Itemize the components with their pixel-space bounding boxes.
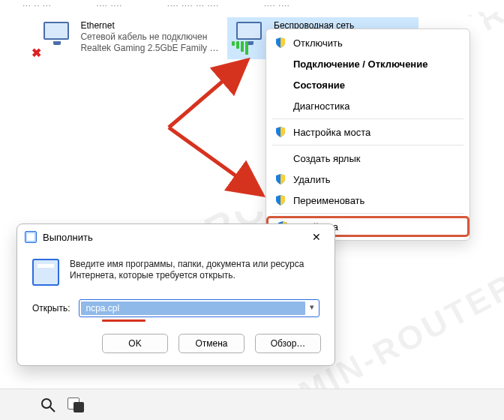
menu-label: Настройка моста — [293, 127, 370, 138]
run-open-input[interactable] — [81, 302, 305, 315]
run-close-button[interactable]: ✕ — [302, 226, 332, 248]
shield-icon — [275, 38, 286, 48]
shield-icon — [275, 174, 286, 184]
wifi-signal-icon — [232, 41, 248, 55]
menu-status[interactable]: Состояние — [266, 74, 470, 95]
svg-line-1 — [50, 407, 55, 412]
svg-point-0 — [42, 399, 51, 408]
adapter-icon — [232, 20, 268, 55]
menu-label: Диагностика — [293, 100, 350, 112]
menu-separator — [272, 145, 464, 146]
run-prompt-icon — [32, 259, 59, 286]
adapter-text: Ethernet Сетевой кабель не подключен Rea… — [80, 20, 221, 56]
menu-connect[interactable]: Подключение / Отключение — [266, 53, 470, 74]
run-open-label: Открыть: — [32, 303, 70, 314]
menu-separator — [272, 213, 464, 214]
shield-icon — [275, 195, 286, 206]
context-menu: Отключить Подключение / Отключение Состо… — [266, 28, 470, 241]
menu-label: Подключение / Отключение — [293, 58, 428, 70]
run-cancel-button[interactable]: Отмена — [178, 334, 244, 353]
menu-delete[interactable]: Удалить — [266, 169, 470, 190]
menu-label: Удалить — [293, 174, 331, 185]
run-dialog: Выполнить ✕ Введите имя программы, папки… — [16, 224, 335, 366]
menu-shortcut[interactable]: Создать ярлык — [266, 148, 470, 169]
menu-rename[interactable]: Переименовать — [266, 190, 470, 211]
chevron-down-icon[interactable]: ▾ — [310, 302, 314, 312]
adapter-status: Сетевой кабель не подключен — [80, 32, 221, 43]
adapter-ethernet[interactable]: ✖ Ethernet Сетевой кабель не подключен R… — [34, 17, 226, 59]
adapter-name: Ethernet — [80, 20, 221, 32]
adapter-device: Realtek Gaming 2.5GbE Family Co... — [80, 43, 221, 54]
menu-label: Состояние — [293, 80, 345, 91]
adapter-icon: ✖ — [39, 20, 74, 55]
run-titlebar: Выполнить ✕ — [17, 224, 334, 250]
run-title-text: Выполнить — [43, 232, 93, 243]
menubar: ··· ·· ······· ········ ···· ··· ·······… — [0, 0, 504, 12]
menu-bridge[interactable]: Настройка моста — [266, 122, 470, 142]
annotation-underline — [102, 320, 146, 322]
menu-label: Создать ярлык — [293, 153, 360, 164]
menu-separator — [272, 118, 464, 119]
menu-diagnose[interactable]: Диагностика — [266, 95, 470, 116]
menu-label: Отключить — [293, 38, 343, 49]
menu-label: Переименовать — [293, 195, 364, 206]
run-open-combo[interactable]: ▾ — [79, 299, 320, 317]
menu-disable[interactable]: Отключить — [266, 32, 470, 53]
task-view-button[interactable] — [68, 396, 86, 414]
run-prompt-text: Введите имя программы, папки, документа … — [70, 259, 320, 286]
shield-icon — [275, 127, 286, 137]
run-browse-button[interactable]: Обзор… — [255, 334, 321, 353]
run-icon — [25, 231, 37, 243]
start-button[interactable] — [10, 396, 28, 414]
run-ok-button[interactable]: OK — [102, 334, 168, 353]
taskbar — [0, 388, 504, 420]
disconnected-x-icon: ✖ — [32, 46, 44, 58]
search-button[interactable] — [39, 396, 57, 414]
